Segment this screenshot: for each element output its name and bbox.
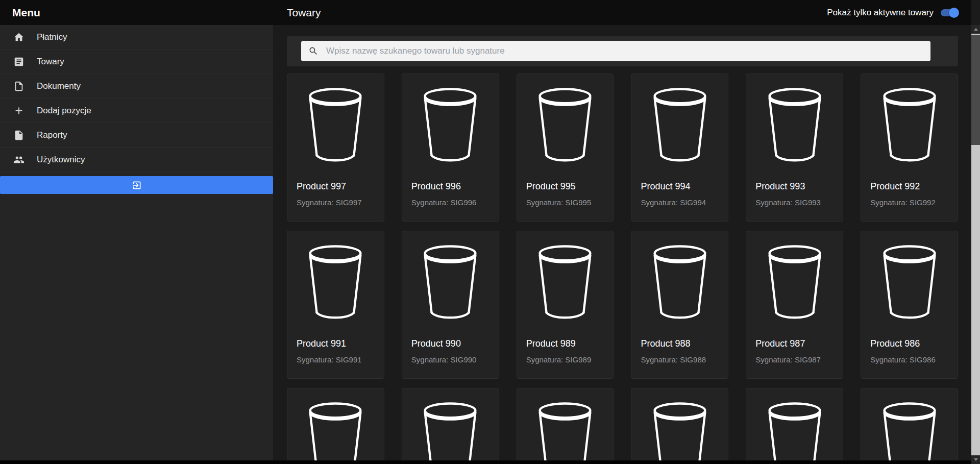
product-card[interactable]: [287, 388, 384, 464]
scrollbar[interactable]: [971, 25, 980, 464]
active-toggle-switch[interactable]: [941, 9, 958, 16]
product-card[interactable]: Product 987 Sygnatura: SIG987: [746, 231, 843, 379]
menu-title: Menu: [12, 7, 40, 19]
product-name: Product 994: [641, 181, 690, 192]
product-signature: Sygnatura: SIG990: [411, 355, 477, 364]
product-signature: Sygnatura: SIG989: [526, 355, 592, 364]
cup-icon: [417, 241, 483, 327]
product-name: Product 995: [526, 181, 576, 192]
cup-icon: [532, 241, 598, 327]
sidebar: Menu PłatnicyTowaryDokumentyDodaj pozycj…: [0, 0, 273, 464]
cup-icon: [647, 399, 713, 464]
cup-icon: [302, 399, 369, 464]
content-area: Product 997 Sygnatura: SIG997 Product 99…: [273, 25, 971, 464]
product-name: Product 986: [870, 338, 920, 349]
main-header: Towary Pokaż tylko aktywne towary: [273, 0, 971, 25]
home-icon: [13, 32, 24, 43]
logout-button[interactable]: [0, 176, 273, 194]
product-card[interactable]: [631, 388, 728, 464]
active-products-toggle-group: Pokaż tylko aktywne towary: [827, 8, 958, 18]
cup-icon: [417, 399, 483, 464]
sidebar-item-label: Towary: [37, 57, 64, 67]
product-signature: Sygnatura: SIG988: [641, 355, 706, 364]
scroll-down-button[interactable]: [971, 455, 980, 464]
product-signature: Sygnatura: SIG993: [755, 198, 821, 207]
logout-icon: [132, 180, 142, 190]
sidebar-item-raporty[interactable]: Raporty: [0, 123, 273, 148]
product-name: Product 987: [755, 338, 805, 349]
product-name: Product 997: [297, 181, 346, 192]
app-window: Menu PłatnicyTowaryDokumentyDodaj pozycj…: [0, 0, 980, 464]
cup-icon: [647, 84, 713, 170]
product-card[interactable]: Product 992 Sygnatura: SIG992: [861, 74, 958, 222]
product-card[interactable]: Product 989 Sygnatura: SIG989: [517, 231, 614, 379]
product-card[interactable]: Product 986 Sygnatura: SIG986: [861, 231, 958, 379]
product-card[interactable]: [861, 388, 958, 464]
product-name: Product 989: [526, 338, 576, 349]
search-panel: [287, 36, 958, 66]
cup-icon: [762, 241, 828, 327]
search-box: [301, 41, 930, 61]
product-card[interactable]: Product 991 Sygnatura: SIG991: [287, 231, 384, 379]
cup-icon: [762, 399, 828, 464]
users-icon: [13, 154, 24, 165]
scroll-up-button[interactable]: [971, 25, 980, 34]
product-signature: Sygnatura: SIG994: [641, 198, 706, 207]
page-title: Towary: [287, 7, 321, 19]
sidebar-nav: PłatnicyTowaryDokumentyDodaj pozycjeRapo…: [0, 25, 273, 172]
sidebar-item-label: Dokumenty: [37, 81, 81, 91]
product-name: Product 991: [297, 338, 346, 349]
cup-icon: [302, 241, 369, 327]
product-signature: Sygnatura: SIG991: [297, 355, 362, 364]
file-icon: [13, 130, 24, 141]
product-card[interactable]: Product 990 Sygnatura: SIG990: [402, 231, 499, 379]
cup-icon: [302, 84, 369, 170]
product-card[interactable]: Product 994 Sygnatura: SIG994: [631, 74, 728, 222]
product-signature: Sygnatura: SIG987: [755, 355, 821, 364]
sidebar-item-dokumenty[interactable]: Dokumenty: [0, 74, 273, 99]
product-signature: Sygnatura: SIG992: [870, 198, 936, 207]
product-signature: Sygnatura: SIG997: [297, 198, 362, 207]
cup-icon: [417, 84, 483, 170]
product-card[interactable]: [517, 388, 614, 464]
product-name: Product 988: [641, 338, 690, 349]
window-bottom-edge: [0, 460, 980, 464]
cup-icon: [532, 84, 598, 170]
sidebar-item-label: Raporty: [37, 130, 67, 140]
up-arrow-icon: [974, 28, 978, 31]
document-icon: [13, 81, 24, 92]
sidebar-item-label: Użytkownicy: [37, 155, 85, 165]
product-signature: Sygnatura: SIG996: [411, 198, 477, 207]
search-input[interactable]: [325, 45, 923, 57]
product-card[interactable]: Product 996 Sygnatura: SIG996: [402, 74, 499, 222]
product-signature: Sygnatura: SIG995: [526, 198, 592, 207]
product-card[interactable]: Product 997 Sygnatura: SIG997: [287, 74, 384, 222]
down-arrow-icon: [974, 458, 978, 461]
sidebar-item-płatnicy[interactable]: Płatnicy: [0, 25, 273, 50]
product-name: Product 992: [870, 181, 920, 192]
sidebar-item-label: Dodaj pozycje: [37, 106, 91, 116]
sidebar-header: Menu: [0, 0, 273, 25]
cup-icon: [876, 241, 943, 327]
active-toggle-label: Pokaż tylko aktywne towary: [827, 8, 934, 18]
scroll-thumb[interactable]: [971, 35, 980, 145]
list-icon: [13, 56, 24, 67]
product-card[interactable]: [746, 388, 843, 464]
cup-icon: [876, 84, 943, 170]
sidebar-item-towary[interactable]: Towary: [0, 50, 273, 74]
search-icon: [308, 46, 318, 56]
product-card[interactable]: Product 988 Sygnatura: SIG988: [631, 231, 728, 379]
product-name: Product 996: [411, 181, 461, 192]
product-card[interactable]: [402, 388, 499, 464]
sidebar-item-dodaj-pozycje[interactable]: Dodaj pozycje: [0, 99, 273, 123]
main-area: Towary Pokaż tylko aktywne towary Produc…: [273, 0, 971, 464]
product-card[interactable]: Product 993 Sygnatura: SIG993: [746, 74, 843, 222]
product-card[interactable]: Product 995 Sygnatura: SIG995: [517, 74, 614, 222]
toggle-knob: [949, 8, 959, 18]
cup-icon: [647, 241, 713, 327]
sidebar-item-użytkownicy[interactable]: Użytkownicy: [0, 148, 273, 172]
plus-icon: [13, 105, 24, 116]
cup-icon: [532, 399, 598, 464]
cup-icon: [876, 399, 943, 464]
cup-icon: [762, 84, 828, 170]
